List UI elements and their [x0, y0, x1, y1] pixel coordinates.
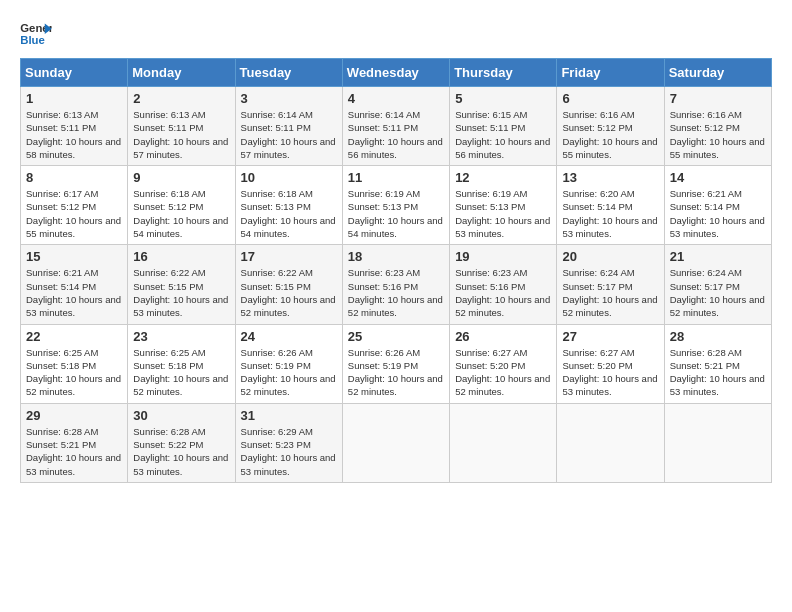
day-info: Sunrise: 6:13 AMSunset: 5:11 PMDaylight:… — [133, 108, 229, 161]
day-info: Sunrise: 6:25 AMSunset: 5:18 PMDaylight:… — [26, 346, 122, 399]
page-header: General Blue — [20, 20, 772, 48]
day-info: Sunrise: 6:17 AMSunset: 5:12 PMDaylight:… — [26, 187, 122, 240]
day-info: Sunrise: 6:19 AMSunset: 5:13 PMDaylight:… — [348, 187, 444, 240]
day-number: 16 — [133, 249, 229, 264]
day-info: Sunrise: 6:13 AMSunset: 5:11 PMDaylight:… — [26, 108, 122, 161]
logo-icon: General Blue — [20, 20, 52, 48]
calendar-cell: 27Sunrise: 6:27 AMSunset: 5:20 PMDayligh… — [557, 324, 664, 403]
calendar-cell: 10Sunrise: 6:18 AMSunset: 5:13 PMDayligh… — [235, 166, 342, 245]
day-number: 5 — [455, 91, 551, 106]
day-info: Sunrise: 6:27 AMSunset: 5:20 PMDaylight:… — [455, 346, 551, 399]
calendar-cell — [557, 403, 664, 482]
day-number: 24 — [241, 329, 337, 344]
day-of-week-header: Thursday — [450, 59, 557, 87]
day-number: 13 — [562, 170, 658, 185]
calendar-cell: 23Sunrise: 6:25 AMSunset: 5:18 PMDayligh… — [128, 324, 235, 403]
day-number: 22 — [26, 329, 122, 344]
day-info: Sunrise: 6:21 AMSunset: 5:14 PMDaylight:… — [26, 266, 122, 319]
day-info: Sunrise: 6:26 AMSunset: 5:19 PMDaylight:… — [348, 346, 444, 399]
day-info: Sunrise: 6:28 AMSunset: 5:21 PMDaylight:… — [26, 425, 122, 478]
calendar-cell: 30Sunrise: 6:28 AMSunset: 5:22 PMDayligh… — [128, 403, 235, 482]
day-of-week-header: Sunday — [21, 59, 128, 87]
calendar-cell: 16Sunrise: 6:22 AMSunset: 5:15 PMDayligh… — [128, 245, 235, 324]
calendar-cell: 6Sunrise: 6:16 AMSunset: 5:12 PMDaylight… — [557, 87, 664, 166]
calendar-cell — [664, 403, 771, 482]
day-number: 28 — [670, 329, 766, 344]
calendar-cell: 25Sunrise: 6:26 AMSunset: 5:19 PMDayligh… — [342, 324, 449, 403]
day-number: 9 — [133, 170, 229, 185]
day-info: Sunrise: 6:23 AMSunset: 5:16 PMDaylight:… — [455, 266, 551, 319]
day-info: Sunrise: 6:18 AMSunset: 5:13 PMDaylight:… — [241, 187, 337, 240]
calendar-cell: 17Sunrise: 6:22 AMSunset: 5:15 PMDayligh… — [235, 245, 342, 324]
day-number: 15 — [26, 249, 122, 264]
day-number: 11 — [348, 170, 444, 185]
day-number: 30 — [133, 408, 229, 423]
day-info: Sunrise: 6:29 AMSunset: 5:23 PMDaylight:… — [241, 425, 337, 478]
day-info: Sunrise: 6:14 AMSunset: 5:11 PMDaylight:… — [348, 108, 444, 161]
calendar-cell: 5Sunrise: 6:15 AMSunset: 5:11 PMDaylight… — [450, 87, 557, 166]
day-info: Sunrise: 6:18 AMSunset: 5:12 PMDaylight:… — [133, 187, 229, 240]
calendar-cell: 11Sunrise: 6:19 AMSunset: 5:13 PMDayligh… — [342, 166, 449, 245]
day-info: Sunrise: 6:24 AMSunset: 5:17 PMDaylight:… — [670, 266, 766, 319]
calendar-cell: 22Sunrise: 6:25 AMSunset: 5:18 PMDayligh… — [21, 324, 128, 403]
calendar-week: 22Sunrise: 6:25 AMSunset: 5:18 PMDayligh… — [21, 324, 772, 403]
calendar-cell: 9Sunrise: 6:18 AMSunset: 5:12 PMDaylight… — [128, 166, 235, 245]
day-number: 14 — [670, 170, 766, 185]
calendar-cell: 14Sunrise: 6:21 AMSunset: 5:14 PMDayligh… — [664, 166, 771, 245]
day-info: Sunrise: 6:27 AMSunset: 5:20 PMDaylight:… — [562, 346, 658, 399]
day-info: Sunrise: 6:22 AMSunset: 5:15 PMDaylight:… — [241, 266, 337, 319]
calendar-cell: 7Sunrise: 6:16 AMSunset: 5:12 PMDaylight… — [664, 87, 771, 166]
calendar-cell: 28Sunrise: 6:28 AMSunset: 5:21 PMDayligh… — [664, 324, 771, 403]
calendar-week: 29Sunrise: 6:28 AMSunset: 5:21 PMDayligh… — [21, 403, 772, 482]
day-number: 25 — [348, 329, 444, 344]
day-info: Sunrise: 6:21 AMSunset: 5:14 PMDaylight:… — [670, 187, 766, 240]
day-number: 12 — [455, 170, 551, 185]
day-info: Sunrise: 6:16 AMSunset: 5:12 PMDaylight:… — [562, 108, 658, 161]
day-number: 27 — [562, 329, 658, 344]
calendar-cell — [342, 403, 449, 482]
day-info: Sunrise: 6:26 AMSunset: 5:19 PMDaylight:… — [241, 346, 337, 399]
calendar-cell: 2Sunrise: 6:13 AMSunset: 5:11 PMDaylight… — [128, 87, 235, 166]
calendar-cell: 4Sunrise: 6:14 AMSunset: 5:11 PMDaylight… — [342, 87, 449, 166]
day-number: 18 — [348, 249, 444, 264]
day-info: Sunrise: 6:14 AMSunset: 5:11 PMDaylight:… — [241, 108, 337, 161]
calendar-cell: 19Sunrise: 6:23 AMSunset: 5:16 PMDayligh… — [450, 245, 557, 324]
day-number: 21 — [670, 249, 766, 264]
day-number: 7 — [670, 91, 766, 106]
calendar-cell: 20Sunrise: 6:24 AMSunset: 5:17 PMDayligh… — [557, 245, 664, 324]
day-number: 4 — [348, 91, 444, 106]
calendar-table: SundayMondayTuesdayWednesdayThursdayFrid… — [20, 58, 772, 483]
day-number: 2 — [133, 91, 229, 106]
day-info: Sunrise: 6:15 AMSunset: 5:11 PMDaylight:… — [455, 108, 551, 161]
calendar-cell: 12Sunrise: 6:19 AMSunset: 5:13 PMDayligh… — [450, 166, 557, 245]
day-number: 20 — [562, 249, 658, 264]
day-info: Sunrise: 6:20 AMSunset: 5:14 PMDaylight:… — [562, 187, 658, 240]
calendar-cell: 18Sunrise: 6:23 AMSunset: 5:16 PMDayligh… — [342, 245, 449, 324]
calendar-week: 15Sunrise: 6:21 AMSunset: 5:14 PMDayligh… — [21, 245, 772, 324]
calendar-cell: 13Sunrise: 6:20 AMSunset: 5:14 PMDayligh… — [557, 166, 664, 245]
calendar-cell: 3Sunrise: 6:14 AMSunset: 5:11 PMDaylight… — [235, 87, 342, 166]
day-number: 26 — [455, 329, 551, 344]
day-number: 8 — [26, 170, 122, 185]
day-info: Sunrise: 6:19 AMSunset: 5:13 PMDaylight:… — [455, 187, 551, 240]
day-info: Sunrise: 6:24 AMSunset: 5:17 PMDaylight:… — [562, 266, 658, 319]
calendar-cell: 15Sunrise: 6:21 AMSunset: 5:14 PMDayligh… — [21, 245, 128, 324]
calendar-cell — [450, 403, 557, 482]
day-info: Sunrise: 6:22 AMSunset: 5:15 PMDaylight:… — [133, 266, 229, 319]
calendar-cell: 29Sunrise: 6:28 AMSunset: 5:21 PMDayligh… — [21, 403, 128, 482]
day-number: 6 — [562, 91, 658, 106]
day-of-week-header: Wednesday — [342, 59, 449, 87]
day-of-week-header: Saturday — [664, 59, 771, 87]
day-number: 31 — [241, 408, 337, 423]
calendar-cell: 24Sunrise: 6:26 AMSunset: 5:19 PMDayligh… — [235, 324, 342, 403]
day-number: 19 — [455, 249, 551, 264]
calendar-week: 8Sunrise: 6:17 AMSunset: 5:12 PMDaylight… — [21, 166, 772, 245]
day-number: 29 — [26, 408, 122, 423]
calendar-cell: 8Sunrise: 6:17 AMSunset: 5:12 PMDaylight… — [21, 166, 128, 245]
day-info: Sunrise: 6:25 AMSunset: 5:18 PMDaylight:… — [133, 346, 229, 399]
calendar-week: 1Sunrise: 6:13 AMSunset: 5:11 PMDaylight… — [21, 87, 772, 166]
day-of-week-header: Tuesday — [235, 59, 342, 87]
day-info: Sunrise: 6:28 AMSunset: 5:22 PMDaylight:… — [133, 425, 229, 478]
calendar-cell: 1Sunrise: 6:13 AMSunset: 5:11 PMDaylight… — [21, 87, 128, 166]
logo: General Blue — [20, 20, 52, 48]
